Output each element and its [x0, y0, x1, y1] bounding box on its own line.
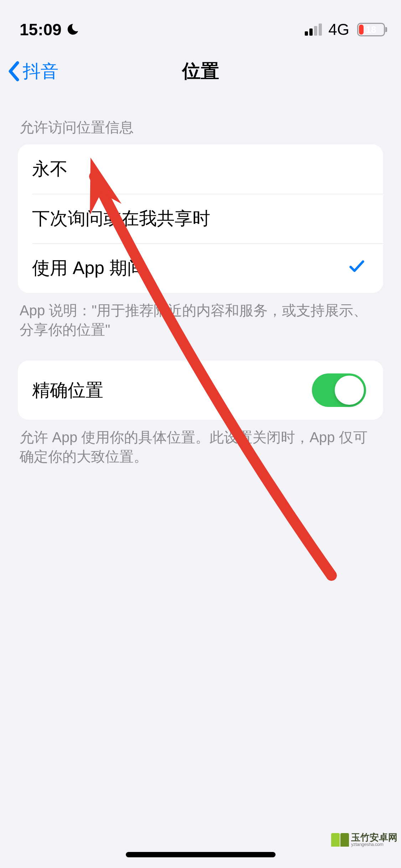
option-never[interactable]: 永不: [18, 144, 383, 194]
section-footer-precise-location: 允许 App 使用你的具体位置。此设置关闭时，App 仅可确定你的大致位置。: [0, 420, 401, 466]
precise-location-toggle[interactable]: [312, 373, 366, 407]
svg-rect-1: [309, 29, 313, 36]
network-type: 4G: [328, 21, 349, 38]
battery-percent: 18: [358, 24, 384, 35]
option-while-using[interactable]: 使用 App 期间: [18, 243, 383, 293]
option-label: 永不: [32, 157, 68, 181]
toggle-knob: [335, 376, 364, 405]
option-label: 下次询问或在我共享时: [32, 207, 210, 231]
location-access-group: 永不 下次询问或在我共享时 使用 App 期间: [18, 144, 383, 293]
precise-location-group: 精确位置: [18, 361, 383, 420]
option-ask-next-time[interactable]: 下次询问或在我共享时: [18, 194, 383, 243]
precise-location-row[interactable]: 精确位置: [18, 361, 383, 420]
status-bar: 15:09 4G 18: [0, 0, 401, 46]
battery-icon: 18: [357, 23, 385, 36]
precise-location-label: 精确位置: [32, 378, 103, 402]
svg-rect-0: [305, 31, 308, 36]
do-not-disturb-icon: [66, 23, 79, 36]
status-time: 15:09: [20, 20, 62, 39]
checkmark-icon: [348, 257, 366, 280]
status-right: 4G 18: [305, 21, 385, 38]
back-button[interactable]: 抖音: [7, 60, 58, 83]
watermark-name: 玉竹安卓网: [351, 833, 397, 842]
section-header-location-access: 允许访问位置信息: [0, 96, 401, 144]
chevron-left-icon: [7, 61, 21, 82]
back-label: 抖音: [23, 60, 58, 83]
watermark: 玉竹安卓网 yztangesha.com: [331, 833, 397, 847]
section-footer-location-access: App 说明："用于推荐附近的内容和服务，或支持展示、分享你的位置": [0, 293, 401, 339]
svg-rect-2: [314, 26, 317, 36]
home-indicator[interactable]: [126, 852, 276, 857]
watermark-logo-icon: [331, 833, 349, 847]
cellular-signal-icon: [305, 24, 323, 36]
svg-rect-3: [319, 24, 322, 36]
nav-bar: 抖音 位置: [0, 46, 401, 96]
page-title: 位置: [182, 59, 219, 84]
option-label: 使用 App 期间: [32, 256, 145, 280]
status-left: 15:09: [20, 20, 79, 39]
watermark-url: yztangesha.com: [351, 842, 397, 847]
